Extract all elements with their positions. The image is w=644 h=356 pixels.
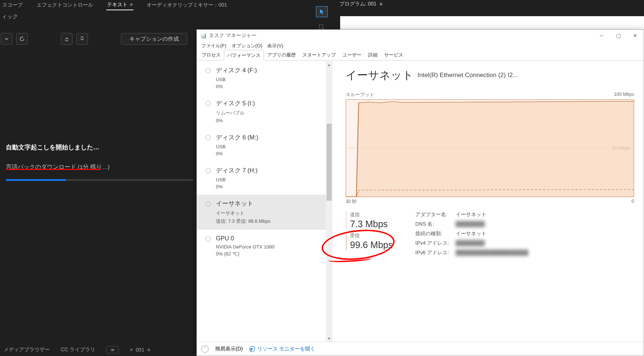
panel-menu-icon[interactable]: ≡ (147, 347, 150, 353)
chart-label-throughput: スループット (346, 92, 374, 98)
resource-value: 0% (62 ℃) (216, 251, 275, 257)
tm-footer: ˄ 簡易表示(D) ◐ リソース モニターを開く (197, 342, 644, 356)
menu-options[interactable]: オプション(O) (229, 42, 265, 50)
property-row: IPv6 アドレス:████████████████████ (415, 250, 634, 256)
resmon-icon: ◐ (249, 345, 256, 353)
resource-name: ディスク 5 (I:) (216, 99, 255, 108)
sidebar-resource-item[interactable]: ディスク 6 (M:) USB 0% (197, 128, 332, 161)
sidebar-resource-item[interactable]: ディスク 7 (H:) USB 0% (197, 161, 332, 195)
annotation-underline (6, 169, 100, 170)
task-manager-window: 📊 タスク マネージャー ─ ▢ ✕ ファイル(F) オプション(O) 表示(V… (196, 29, 644, 356)
property-value: イーサネット (456, 211, 486, 218)
titlebar[interactable]: 📊 タスク マネージャー ─ ▢ ✕ (197, 30, 644, 41)
resource-name: GPU 0 (216, 235, 275, 242)
minimize-button[interactable]: ─ (593, 30, 610, 41)
program-panel-label: プログラム: 001 (339, 1, 376, 7)
resource-graph-icon (206, 135, 211, 140)
property-value: ████████████████████ (456, 250, 528, 256)
menubar: ファイル(F) オプション(O) 表示(V) (197, 41, 644, 50)
pointer-tool-icon[interactable] (316, 7, 327, 17)
tab-users[interactable]: ユーザー (339, 50, 365, 60)
detail-heading: イーサネット (346, 68, 413, 83)
adapter-properties: アダプター名:イーサネットDNS 名:████████接続の種類:イーサネットI… (415, 211, 634, 259)
text-panel-controls: キャプションの作成 (0, 32, 187, 46)
tab-processes[interactable]: プロセス (198, 50, 224, 60)
text-panel-subtab[interactable]: ィック (0, 13, 18, 20)
menu-view[interactable]: 表示(V) (265, 42, 285, 50)
performance-sidebar: ディスク 4 (F:) USB 0% ディスク 5 (I:) リムーバブル 0%… (197, 61, 332, 342)
progress-fill (6, 179, 66, 181)
chart-label-xright: 0 (632, 199, 634, 205)
refresh-button[interactable] (16, 33, 28, 45)
resource-graph-icon (206, 68, 211, 73)
resource-name: イーサネット (216, 200, 271, 208)
sequence-tab[interactable]: × 001 ≡ (130, 347, 150, 353)
property-row: アダプター名:イーサネット (415, 211, 634, 218)
property-row: IPv4 アドレス:████████ (415, 240, 634, 247)
sequence-name: 001 (136, 347, 144, 353)
resource-sub: USB (216, 144, 258, 149)
menu-file[interactable]: ファイル(F) (199, 42, 229, 50)
transcribe-title: 自動文字起こしを開始しました… (6, 143, 193, 152)
chart-svg (346, 100, 634, 197)
sidebar-resource-item[interactable]: ディスク 4 (F:) USB 0% (197, 61, 332, 94)
stat-recv-label: 受信 (350, 232, 415, 239)
open-resmon-link[interactable]: ◐ リソース モニターを開く (249, 346, 315, 352)
tab-scope[interactable]: スコープ (1, 0, 23, 10)
program-tool-column (313, 7, 331, 32)
scroll-down-icon[interactable]: ▼ (326, 335, 332, 342)
sidebar-resource-item[interactable]: ディスク 5 (I:) リムーバブル 0% (197, 94, 332, 128)
resource-graph-icon (206, 101, 211, 106)
tab-details[interactable]: 詳細 (365, 50, 381, 60)
throughput-chart: 50 Mbps (346, 99, 634, 197)
resource-value: 0% (216, 184, 258, 189)
collapse-icon[interactable]: ˄ (201, 345, 209, 353)
tab-startup[interactable]: スタートアップ (299, 50, 339, 60)
tab-services[interactable]: サービス (381, 50, 406, 60)
resource-name: ディスク 7 (H:) (216, 167, 258, 175)
property-key: アダプター名: (415, 211, 456, 218)
scroll-thumb[interactable] (327, 124, 332, 201)
expand-tabs-button[interactable]: ≫ (106, 346, 119, 353)
sidebar-resource-item[interactable]: イーサネット イーサネット 送信: 7.3 受信: 99.6 Mbps (197, 195, 332, 230)
maximize-button[interactable]: ▢ (610, 30, 627, 41)
tab-text-label: テキスト (107, 1, 128, 7)
resource-graph-icon (206, 236, 211, 241)
create-caption-button[interactable]: キャプションの作成 (121, 33, 187, 45)
property-row: 接続の種類:イーサネット (415, 230, 634, 237)
move-up-button[interactable] (61, 33, 73, 45)
tab-media-browser[interactable]: メディアブラウザー (4, 346, 50, 353)
stat-recv: 受信 99.6 Mbps (346, 232, 415, 250)
dropdown-button[interactable] (1, 33, 12, 45)
tab-text[interactable]: テキスト≡ (106, 0, 133, 10)
chart-label-xleft: 30 秒 (346, 199, 357, 205)
panel-menu-icon[interactable]: ≡ (379, 1, 382, 7)
panel-menu-icon[interactable]: ≡ (130, 1, 133, 7)
resource-graph-icon (206, 168, 211, 173)
resource-sub: USB (216, 177, 258, 182)
close-icon[interactable]: × (130, 347, 133, 353)
sidebar-resource-item[interactable]: GPU 0 NVIDIA GeForce GTX 1080 0% (62 ℃) (197, 230, 332, 262)
tab-audio-mixer[interactable]: オーディオクリップミキサー：001 (146, 0, 228, 10)
performance-detail: イーサネット Intel(R) Ethernet Connection (2) … (332, 61, 644, 342)
close-button[interactable]: ✕ (627, 30, 644, 41)
resmon-label: リソース モニターを開く (257, 346, 315, 352)
stat-send: 送信 7.3 Mbps (346, 211, 415, 229)
tab-cc-library[interactable]: CC ライブラリ (61, 346, 95, 353)
tab-effect-controls[interactable]: エフェクトコントロール (36, 0, 94, 10)
stat-send-label: 送信 (350, 211, 415, 218)
property-key: IPv4 アドレス: (415, 240, 456, 247)
tab-app-history[interactable]: アプリの履歴 (264, 50, 299, 60)
property-key: DNS 名: (415, 221, 456, 228)
resource-sub: USB (216, 77, 257, 82)
chart-label-max: 100 Mbps (614, 92, 634, 98)
move-down-button[interactable] (76, 33, 88, 45)
scrollbar[interactable]: ▲ ▼ (326, 61, 332, 342)
program-panel-tab[interactable]: プログラム: 001≡ (339, 1, 382, 7)
adapter-full-name: Intel(R) Ethernet Connection (2) I2... (417, 72, 644, 79)
scroll-up-icon[interactable]: ▲ (326, 61, 332, 68)
tab-performance[interactable]: パフォーマンス (224, 50, 264, 61)
property-key: 接続の種類: (415, 230, 456, 237)
resource-graph-icon (206, 201, 211, 206)
fewer-details-button[interactable]: 簡易表示(D) (215, 346, 243, 352)
